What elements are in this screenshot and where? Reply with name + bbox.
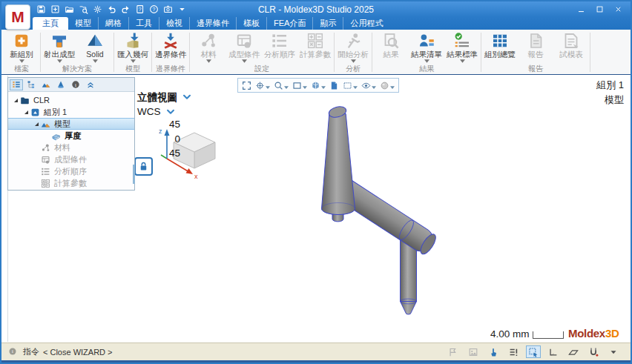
viewport-tool-view-cube[interactable] — [309, 79, 327, 92]
ribbon-button-group-overview[interactable]: 組別總覽 — [482, 30, 518, 64]
tree-item-thickness[interactable]: 厚度 — [8, 130, 134, 142]
status-button-message-list[interactable] — [506, 345, 521, 358]
ribbon-button-new-group[interactable]: 新組別 — [4, 30, 39, 64]
panel-splitter[interactable] — [133, 165, 135, 184]
status-bar: i 指令 < Close WIZARD > — [1, 343, 631, 363]
expander-icon[interactable] — [35, 122, 39, 126]
dropdown-icon — [460, 59, 465, 64]
tab-home[interactable]: 主頁 — [33, 17, 68, 30]
status-button-more[interactable] — [606, 345, 621, 358]
tree-item-clr[interactable]: CLR — [8, 94, 134, 106]
tab-tools[interactable]: 工具 — [129, 17, 159, 30]
lock-view-button[interactable] — [134, 157, 153, 176]
status-button-angle-snap[interactable] — [546, 345, 561, 358]
ribbon-button-computation-parameter: 計算參數 — [297, 30, 333, 64]
tree-item-computation-parameter[interactable]: 計算參數 — [8, 177, 134, 189]
tree-item-label: 成型條件 — [54, 154, 87, 165]
ribbon-group-solution: 射出成型Solid解決方案 — [42, 30, 113, 74]
injection-icon — [50, 31, 68, 50]
coordinate-system-label[interactable]: WCS — [137, 106, 161, 117]
group-overview-icon — [491, 31, 509, 50]
expander-icon[interactable] — [24, 110, 28, 114]
tab-mesh[interactable]: 網格 — [99, 17, 129, 30]
tab-boundary[interactable]: 邊界條件 — [190, 17, 237, 30]
viewport-toolbar — [237, 78, 399, 93]
results-icon — [382, 31, 400, 50]
status-button-point-snap[interactable] — [586, 345, 601, 358]
viewport[interactable]: i CLR組別 1模型厚度材料成型條件分析順序計算參數 立體視圖 WCS 450… — [1, 75, 631, 343]
expander-icon[interactable] — [14, 99, 18, 102]
viewport-tool-select-box[interactable] — [341, 79, 359, 92]
tree-tab-model-view[interactable] — [39, 79, 53, 90]
view-mode-label[interactable]: 立體視圖 — [137, 91, 177, 105]
material-icon — [200, 31, 217, 50]
ribbon-button-trial-mold-sheet: 試模表 — [553, 30, 589, 64]
scale-bar — [533, 331, 564, 339]
trial-sheet-icon — [562, 31, 580, 50]
dropdown-icon — [206, 59, 211, 64]
tab-model[interactable]: 模型 — [68, 17, 99, 30]
tree-item-label: 厚度 — [65, 130, 81, 142]
viewport-tool-visibility[interactable] — [360, 79, 378, 92]
tree-item-group-1[interactable]: 組別 1 — [8, 106, 134, 118]
tree-item-label: 計算參數 — [54, 178, 87, 189]
ribbon-button-import-geometry[interactable]: 匯入幾何 — [115, 30, 151, 64]
maximize-button[interactable] — [595, 4, 605, 14]
ribbon-group-boundary: 邊界條件邊界條件 — [153, 30, 188, 74]
tab-utilities[interactable]: 公用程式 — [343, 17, 389, 30]
tab-view[interactable]: 檢視 — [159, 17, 190, 30]
viewport-tool-window-zoom[interactable] — [291, 79, 309, 92]
ribbon-group-analysis: 開始分析分析 — [335, 30, 371, 74]
dropdown-icon — [390, 79, 395, 92]
status-button-plane-snap[interactable] — [566, 345, 581, 358]
tree-item-model[interactable]: 模型 — [8, 118, 134, 130]
tree-tab-info[interactable]: i — [69, 79, 82, 90]
viewport-tool-shading[interactable] — [378, 79, 396, 92]
status-button-pan-hand[interactable] — [486, 345, 501, 358]
ribbon-button-solid[interactable]: Solid — [77, 30, 113, 64]
tree-item-material[interactable]: 材料 — [8, 142, 134, 153]
tab-template[interactable]: 樣板 — [237, 17, 267, 30]
tree-item-analysis-sequence[interactable]: 分析順序 — [8, 165, 134, 177]
ribbon-button-results: 結果 — [373, 30, 409, 64]
close-button[interactable] — [613, 4, 623, 14]
dropdown-icon — [321, 79, 326, 92]
viewport-tool-zoom[interactable] — [272, 79, 290, 92]
tree-tab-collapse[interactable] — [84, 79, 97, 90]
dropdown-icon — [372, 79, 376, 92]
tree-item-process-condition[interactable]: 成型條件 — [8, 153, 134, 165]
minimize-button[interactable] — [576, 4, 586, 14]
tree-panel-tabs: i — [8, 78, 134, 92]
tree-tab-tree-list[interactable] — [10, 79, 23, 90]
view-mode-dropdown-icon[interactable] — [182, 92, 192, 105]
group-tile-icon — [30, 107, 41, 117]
parameters-icon — [41, 178, 51, 188]
ribbon-group-results: 結果結果清單結果標準結果 — [373, 30, 480, 74]
ribbon-button-result-standard[interactable]: 結果標準 — [444, 30, 480, 64]
ribbon-group-file: 新組別檔案 — [4, 30, 39, 74]
rotation-value-0: 45 — [153, 117, 180, 132]
viewport-tool-clip-plane[interactable] — [328, 81, 340, 90]
ribbon-button-result-list[interactable]: 結果清單 — [409, 30, 444, 64]
tab-fea-interface[interactable]: FEA介面 — [267, 17, 313, 30]
viewport-tool-orbit[interactable] — [254, 79, 271, 92]
viewport-tool-fit[interactable] — [240, 81, 253, 90]
project-tree-panel: i CLR組別 1模型厚度材料成型條件分析順序計算參數 — [7, 77, 135, 191]
thickness-icon — [51, 130, 62, 141]
status-button-select-flag — [446, 345, 461, 358]
window-controls — [576, 4, 623, 14]
scale-value: 4.00 mm — [490, 328, 530, 340]
tree-tab-cone[interactable] — [54, 79, 68, 90]
tab-display[interactable]: 顯示 — [313, 17, 343, 30]
ribbon-button-boundary-condition[interactable]: 邊界條件 — [153, 30, 188, 64]
dropdown-icon — [242, 59, 247, 64]
dropdown-icon — [351, 59, 356, 64]
tree-tab-hierarchy[interactable] — [24, 79, 38, 90]
process-icon — [235, 31, 253, 50]
svg-text:i: i — [12, 348, 13, 354]
status-button-box-select[interactable] — [526, 345, 541, 358]
ribbon-group-settings: 材料成型條件分析順序計算參數設定 — [191, 30, 333, 74]
ribbon-button-injection-molding[interactable]: 射出成型 — [42, 30, 77, 64]
folder-icon — [20, 95, 30, 105]
app-logo[interactable]: M — [5, 4, 30, 30]
